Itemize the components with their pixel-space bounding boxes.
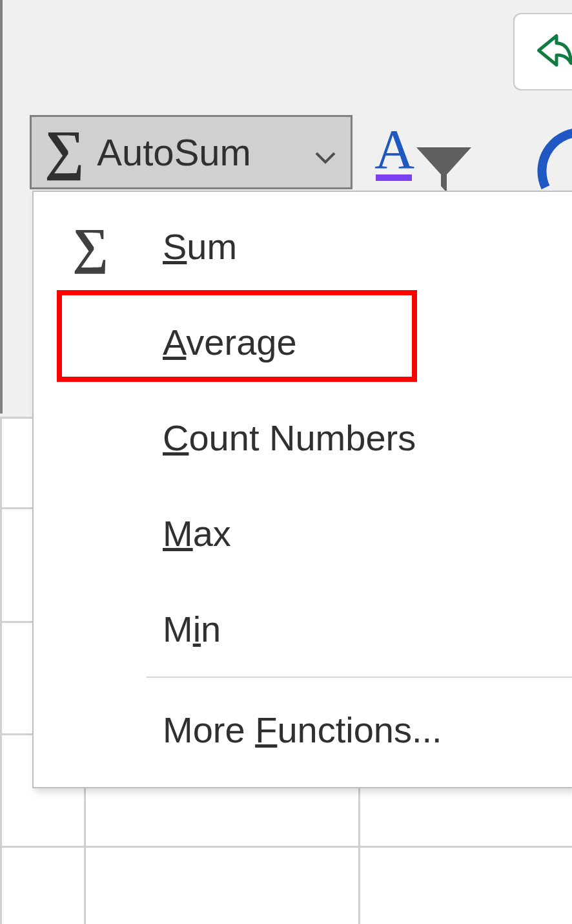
menu-item-label: Average: [163, 321, 297, 363]
menu-item-average[interactable]: Average: [34, 294, 572, 390]
autosum-label: AutoSum: [97, 131, 251, 174]
menu-item-label: Count Numbers: [163, 417, 416, 459]
chevron-down-icon[interactable]: [314, 131, 336, 174]
menu-item-label: Max: [163, 512, 231, 554]
sigma-icon: ∑: [45, 122, 84, 178]
share-icon: [524, 31, 563, 72]
menu-item-label: Min: [163, 608, 221, 650]
svg-text:A: A: [374, 121, 414, 180]
find-button[interactable]: [533, 126, 572, 191]
menu-item-label: More Functions...: [163, 709, 442, 751]
menu-item-more-functions[interactable]: More Functions...: [34, 678, 572, 781]
menu-item-min[interactable]: Min: [34, 581, 572, 677]
autosum-dropdown: ∑ Sum Average Count Numbers Max Min More…: [32, 191, 572, 788]
menu-item-sum[interactable]: ∑ Sum: [34, 198, 572, 294]
autosum-button[interactable]: ∑ AutoSum: [30, 115, 352, 189]
sigma-icon: ∑: [72, 217, 108, 275]
sort-filter-button[interactable]: A: [374, 121, 478, 193]
menu-item-max[interactable]: Max: [34, 485, 572, 581]
share-button[interactable]: [513, 13, 572, 90]
svg-rect-1: [376, 174, 412, 181]
menu-item-label: Sum: [163, 226, 237, 268]
sort-filter-icon: A: [374, 121, 471, 195]
menu-item-count-numbers[interactable]: Count Numbers: [34, 390, 572, 485]
